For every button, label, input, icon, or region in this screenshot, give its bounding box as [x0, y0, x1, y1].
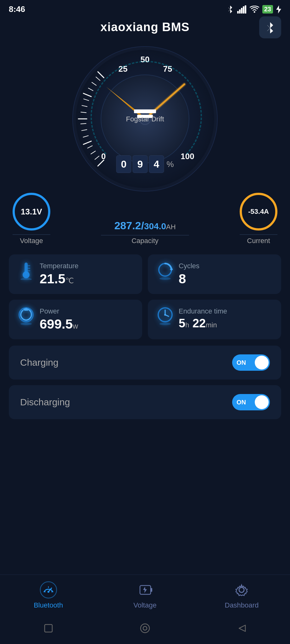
capacity-label: Capacity [131, 237, 159, 245]
svg-point-43 [20, 278, 32, 280]
nav-item-dashboard[interactable]: Dashboard [193, 581, 290, 609]
system-nav-bar [0, 614, 290, 644]
status-icons: 23 [226, 5, 281, 14]
svg-point-39 [23, 271, 30, 278]
power-title: Power [40, 307, 78, 315]
svg-point-5 [254, 11, 255, 13]
svg-rect-62 [151, 588, 152, 592]
nav-bluetooth-icon [40, 581, 57, 599]
nav-dashboard-icon [233, 581, 250, 599]
discharging-toggle-state: ON [237, 399, 246, 406]
endurance-content: Endurance time 5h 22min [179, 307, 227, 330]
svg-rect-65 [45, 625, 52, 632]
voltage-label: Voltage [20, 237, 43, 245]
cycles-content: Cycles 8 [179, 262, 199, 286]
svg-rect-0 [237, 11, 239, 14]
power-icon [18, 307, 35, 324]
percent-display: 0 9 4 % [116, 155, 174, 173]
wifi-icon [250, 6, 259, 13]
svg-point-55 [40, 582, 57, 598]
endurance-title: Endurance time [179, 307, 227, 315]
temperature-card: Temperature 21.5℃ [9, 254, 142, 294]
svg-marker-63 [143, 587, 147, 593]
temperature-title: Temperature [40, 262, 79, 270]
charging-icon [276, 5, 281, 14]
bluetooth-icon [264, 21, 276, 33]
charging-toggle-state: ON [237, 359, 246, 366]
svg-rect-3 [243, 6, 244, 14]
voltage-ring: 13.1V [13, 193, 50, 230]
nav-item-voltage[interactable]: Voltage [97, 581, 193, 609]
gauge-brand-name: Fogstar Drift [126, 115, 164, 123]
cycles-value: 8 [179, 271, 199, 286]
svg-line-19 [81, 124, 86, 124]
signal-icon [237, 5, 247, 14]
svg-text:50: 50 [141, 55, 150, 64]
discharging-toggle-knob [255, 395, 269, 409]
voltage-value: 13.1V [21, 207, 42, 217]
charging-toggle[interactable]: ON [232, 354, 270, 371]
metrics-row: 13.1V Voltage 287.2/304.0AH Capacity -53… [0, 193, 290, 248]
battery-indicator: 23 [262, 5, 273, 14]
voltage-metric: 13.1V Voltage [13, 193, 50, 245]
power-card: Power 699.5w [9, 300, 142, 339]
cards-grid: Temperature 21.5℃ Cycles 8 [0, 248, 290, 346]
gauge-brand-area: Fogstar Drift [126, 113, 164, 123]
discharging-label: Discharging [20, 397, 70, 408]
temperature-icon [18, 262, 35, 279]
nav-voltage-icon [136, 581, 154, 599]
nav-bluetooth-label: Bluetooth [34, 601, 63, 609]
svg-rect-4 [245, 5, 246, 14]
bottom-nav: Bluetooth Voltage Dashboard [0, 575, 290, 614]
endurance-icon [157, 307, 174, 324]
svg-point-54 [159, 323, 171, 325]
current-metric: -53.4A Current [240, 193, 277, 245]
app-title: xiaoxiang BMS [100, 20, 189, 34]
power-value: 699.5w [40, 317, 78, 332]
gauge-wrapper: 0 25 50 75 100 [70, 43, 220, 194]
endurance-card: Endurance time 5h 22min [148, 300, 281, 339]
endurance-value: 5h 22min [179, 317, 227, 330]
capacity-metric: 287.2/304.0AH Capacity [101, 219, 189, 245]
gauge-section: 0 25 50 75 100 [0, 40, 290, 196]
svg-rect-2 [241, 8, 243, 14]
temperature-card-header: Temperature 21.5℃ [18, 262, 133, 286]
temperature-value: 21.5℃ [40, 271, 79, 286]
charging-label: Charging [20, 357, 59, 368]
status-bar: 8:46 23 [0, 0, 290, 17]
current-label: Current [247, 237, 270, 245]
percent-digit-2: 4 [149, 155, 164, 173]
svg-point-57 [47, 591, 49, 593]
cycles-icon [157, 262, 174, 279]
svg-point-53 [164, 314, 166, 316]
nav-voltage-label: Voltage [133, 601, 156, 609]
status-time: 8:46 [9, 4, 25, 14]
power-card-header: Power 699.5w [18, 307, 133, 332]
power-content: Power 699.5w [40, 307, 78, 332]
bt-status-icon [226, 5, 234, 14]
nav-dashboard-label: Dashboard [225, 601, 259, 609]
discharging-toggle-row[interactable]: Discharging ON [9, 385, 281, 419]
cycles-card: Cycles 8 [148, 254, 281, 294]
bluetooth-button[interactable] [259, 16, 281, 38]
svg-point-49 [20, 323, 32, 325]
percent-symbol: % [166, 159, 174, 169]
nav-item-bluetooth[interactable]: Bluetooth [0, 581, 97, 609]
percent-digit-1: 9 [132, 155, 148, 173]
svg-rect-1 [239, 9, 241, 14]
svg-point-66 [141, 624, 149, 633]
svg-point-46 [159, 277, 171, 280]
sys-nav-back[interactable] [233, 620, 250, 636]
current-value: -53.4A [248, 208, 269, 216]
svg-marker-6 [276, 5, 281, 14]
cycles-title: Cycles [179, 262, 199, 270]
sys-nav-recent[interactable] [40, 620, 57, 636]
sys-nav-home[interactable] [137, 620, 153, 636]
discharging-toggle[interactable]: ON [232, 394, 270, 410]
current-ring: -53.4A [240, 193, 277, 230]
charging-toggle-row[interactable]: Charging ON [9, 346, 281, 380]
capacity-value: 287.2/304.0AH [114, 219, 176, 232]
header: xiaoxiang BMS [0, 17, 290, 40]
svg-point-67 [143, 626, 147, 630]
svg-marker-68 [239, 625, 245, 631]
